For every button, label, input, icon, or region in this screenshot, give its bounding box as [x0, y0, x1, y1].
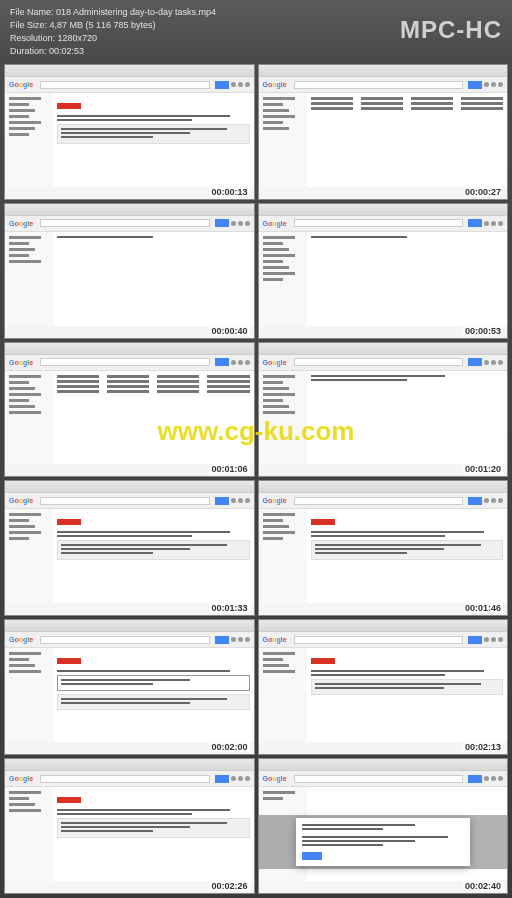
frame-timestamp: 00:02:13 [463, 742, 503, 752]
search-button [215, 81, 229, 89]
sidebar [259, 371, 307, 465]
google-logo: Google [263, 635, 289, 645]
app-logo: MPC-HC [400, 16, 502, 44]
google-logo: Google [263, 774, 289, 784]
google-logo: Google [263, 80, 289, 90]
app-toolbar: Google [5, 77, 254, 93]
main-panel [307, 371, 508, 465]
frame-timestamp: 00:02:00 [209, 742, 249, 752]
file-info-block: File Name: 018 Administering day-to-day … [10, 6, 216, 58]
main-panel [53, 648, 254, 742]
frame-timestamp: 00:02:26 [209, 881, 249, 891]
thumbnail-frame[interactable]: Google 00:00:13 [4, 64, 255, 200]
google-logo: Google [263, 218, 289, 228]
duration-value: 00:02:53 [49, 46, 84, 56]
main-panel [53, 232, 254, 326]
thumbnail-frame[interactable]: Google 00:01:06 [4, 342, 255, 478]
duration-label: Duration: [10, 46, 47, 56]
sidebar [259, 509, 307, 603]
frame-timestamp: 00:00:27 [463, 187, 503, 197]
sidebar [5, 93, 53, 187]
thumbnail-frame[interactable]: Google 00:02:00 [4, 619, 255, 755]
frame-timestamp: 00:00:40 [209, 326, 249, 336]
search-button [468, 81, 482, 89]
google-logo: Google [9, 218, 35, 228]
thumbnail-grid: Google 00:00:13 [0, 60, 512, 898]
google-logo: Google [263, 496, 289, 506]
search-input [40, 81, 210, 89]
resolution-value: 1280x720 [58, 33, 98, 43]
frame-timestamp: 00:01:33 [209, 603, 249, 613]
frame-timestamp: 00:01:06 [209, 464, 249, 474]
media-info-header: File Name: 018 Administering day-to-day … [0, 0, 512, 60]
google-logo: Google [9, 80, 35, 90]
google-logo: Google [263, 357, 289, 367]
modal-overlay [259, 815, 508, 869]
header-icons [231, 82, 250, 87]
main-panel [307, 232, 508, 326]
thumbnail-frame[interactable]: Google 00:01:46 [258, 480, 509, 616]
post-block [57, 124, 250, 144]
main-panel [307, 93, 508, 187]
thumbnail-frame[interactable]: Google 00:01:20 [258, 342, 509, 478]
thumbnail-frame[interactable]: Google 00:00:27 [258, 64, 509, 200]
filename-label: File Name: [10, 7, 54, 17]
frame-timestamp: 00:00:13 [209, 187, 249, 197]
main-panel [53, 93, 254, 187]
content-area [5, 93, 254, 187]
sidebar [259, 93, 307, 187]
google-logo: Google [9, 774, 35, 784]
app-toolbar: Google [259, 77, 508, 93]
main-panel [307, 509, 508, 603]
frame-timestamp: 00:01:20 [463, 464, 503, 474]
frame-timestamp: 00:00:53 [463, 326, 503, 336]
sidebar [5, 371, 53, 465]
thumbnail-frame[interactable]: Google 00:01:33 [4, 480, 255, 616]
frame-timestamp: 00:02:40 [463, 881, 503, 891]
apps-icon [231, 82, 236, 87]
filesize-label: File Size: [10, 20, 47, 30]
main-panel [307, 648, 508, 742]
sidebar [259, 232, 307, 326]
thumbnail-frame[interactable]: Google 00:00:53 [258, 203, 509, 339]
sidebar [259, 648, 307, 742]
sidebar [5, 509, 53, 603]
browser-chrome [259, 65, 508, 77]
thumbnail-frame[interactable]: Google 00:00:40 [4, 203, 255, 339]
bell-icon [238, 82, 243, 87]
main-panel [53, 787, 254, 881]
sidebar [5, 787, 53, 881]
thumbnail-frame[interactable]: Google 00:02:40 [258, 758, 509, 894]
google-logo: Google [9, 496, 35, 506]
sidebar [5, 648, 53, 742]
filename-value: 018 Administering day-to-day tasks.mp4 [56, 7, 216, 17]
google-logo: Google [9, 635, 35, 645]
thumbnail-frame[interactable]: Google 00:02:13 [258, 619, 509, 755]
filesize-value: 4,87 MB (5 116 785 bytes) [50, 20, 156, 30]
search-input [294, 81, 464, 89]
resolution-label: Resolution: [10, 33, 55, 43]
browser-chrome [5, 65, 254, 77]
main-panel [53, 371, 254, 465]
thumbnail-frame[interactable]: Google 00:02:26 [4, 758, 255, 894]
dialog-box [296, 818, 470, 866]
new-topic-badge [57, 103, 81, 109]
frame-timestamp: 00:01:46 [463, 603, 503, 613]
main-panel [53, 509, 254, 603]
google-logo: Google [9, 357, 35, 367]
sidebar [5, 232, 53, 326]
avatar-icon [245, 82, 250, 87]
